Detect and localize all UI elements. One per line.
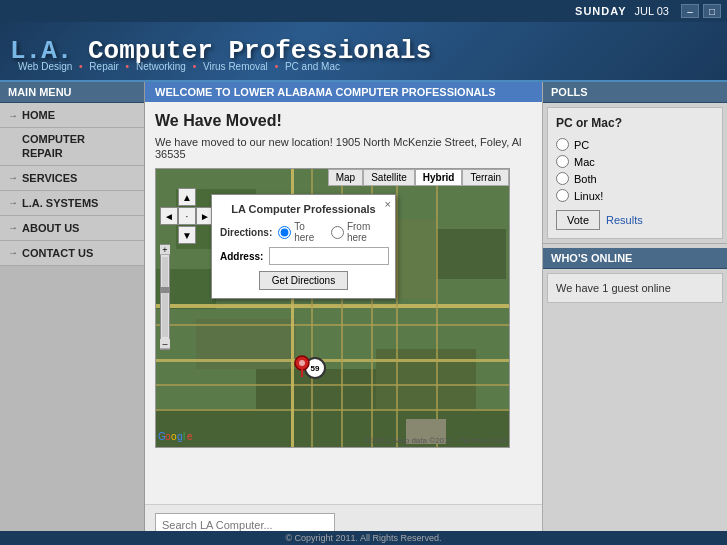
arrow-icon: → [8,197,18,208]
poll-radio-both[interactable] [556,172,569,185]
zoom-track[interactable] [162,257,168,337]
restore-button[interactable]: □ [703,4,721,18]
map-navigation: ▲ ◄ · ► ▼ [160,187,214,245]
map-container[interactable]: Map Satellite Hybrid Terrain ▲ ◄ · ► [155,168,510,448]
address-label: Address: [220,251,263,262]
map-nav-center[interactable]: · [178,207,196,225]
zoom-in-button[interactable]: + [160,245,170,255]
poll-radio-pc[interactable] [556,138,569,151]
to-here-radio[interactable] [278,226,291,239]
poll-label-both: Both [574,173,597,185]
online-title: WHO'S ONLINE [543,248,727,269]
site-header: L.A. Computer Professionals Web Design •… [0,22,727,82]
map-nav-left[interactable]: ◄ [160,207,178,225]
poll-option-mac: Mac [556,155,714,168]
online-body: We have 1 guest online [547,273,723,303]
content-area: WELCOME TO LOWER ALABAMA COMPUTER PROFES… [145,82,542,545]
content-body: We Have Moved! We have moved to our new … [145,102,542,504]
from-here-label: From here [347,221,381,243]
svg-text:g: g [177,431,183,442]
svg-point-2 [299,360,305,366]
map-copyright: ©2011, Map data ©2011 - Terms of Use [366,436,508,445]
sidebar-item-contact-us[interactable]: → CONTACT US [0,241,144,266]
poll-buttons: Vote Results [556,210,714,230]
address-input[interactable] [269,247,389,265]
popup-close-button[interactable]: × [385,198,391,210]
sidebar-item-label: ABOUT US [22,222,79,234]
svg-text:l: l [183,431,185,442]
poll-question: PC or Mac? [556,116,714,130]
sidebar-title: MAIN MENU [0,82,144,103]
moved-text: We have moved to our new location! 1905 … [155,136,532,160]
content-header: WELCOME TO LOWER ALABAMA COMPUTER PROFES… [145,82,542,102]
map-tabs: Map Satellite Hybrid Terrain [328,169,509,186]
sidebar-item-label: L.A. SYSTEMS [22,197,98,209]
arrow-icon: → [8,172,18,183]
polls-title: POLLS [543,82,727,103]
date-label: JUL 03 [635,5,669,17]
sidebar-item-la-systems[interactable]: → L.A. SYSTEMS [0,191,144,216]
poll-label-linux: Linux! [574,190,603,202]
map-tab-hybrid[interactable]: Hybrid [415,169,463,186]
zoom-handle[interactable] [161,287,169,293]
site-tagline: Web Design • Repair • Networking • Virus… [18,61,340,72]
right-sidebar: POLLS PC or Mac? PC Mac Both Linux! [542,82,727,545]
footer-text: © Copyright 2011. All Rights Reserved. [285,533,441,543]
day-label: SUNDAY [575,5,626,17]
sidebar-item-about-us[interactable]: → ABOUT US [0,216,144,241]
to-here-label: To here [294,221,319,243]
svg-text:e: e [187,431,193,442]
sidebar-item-label: COMPUTERREPAIR [22,132,85,161]
sidebar-item-services[interactable]: → SERVICES [0,166,144,191]
poll-radio-linux[interactable] [556,189,569,202]
online-text: We have 1 guest online [556,282,671,294]
sidebar-item-computer-repair[interactable]: COMPUTERREPAIR [0,128,144,166]
top-bar: SUNDAY JUL 03 – □ [0,0,727,22]
sidebar: MAIN MENU → HOME COMPUTERREPAIR → SERVIC… [0,82,145,545]
google-logo: G o o g l e [158,429,198,445]
online-section: WHO'S ONLINE We have 1 guest online [543,248,727,303]
sidebar-item-label: SERVICES [22,172,77,184]
map-nav-down[interactable]: ▼ [178,226,196,244]
footer: © Copyright 2011. All Rights Reserved. [0,531,727,545]
directions-label: Directions: [220,227,272,238]
get-directions-button[interactable]: Get Directions [259,271,348,290]
map-tab-map[interactable]: Map [328,169,363,186]
map-popup: × LA Computer Professionals Directions: … [211,194,396,299]
map-tab-satellite[interactable]: Satellite [363,169,415,186]
route-number: 59 [311,364,320,373]
map-tab-terrain[interactable]: Terrain [462,169,509,186]
poll-radio-mac[interactable] [556,155,569,168]
zoom-out-button[interactable]: – [160,339,170,349]
sidebar-item-label: CONTACT US [22,247,93,259]
map-pin [294,355,310,375]
sidebar-item-label: HOME [22,109,55,121]
poll-label-mac: Mac [574,156,595,168]
moved-title: We Have Moved! [155,112,532,130]
minimize-button[interactable]: – [681,4,699,18]
sidebar-item-home[interactable]: → HOME [0,103,144,128]
map-zoom: + – [160,244,170,350]
poll-label-pc: PC [574,139,589,151]
vote-button[interactable]: Vote [556,210,600,230]
main-layout: MAIN MENU → HOME COMPUTERREPAIR → SERVIC… [0,82,727,545]
polls-section: POLLS PC or Mac? PC Mac Both Linux! [543,82,727,244]
arrow-icon: → [8,110,18,121]
results-link[interactable]: Results [606,214,643,226]
poll-option-both: Both [556,172,714,185]
polls-body: PC or Mac? PC Mac Both Linux! [547,107,723,239]
arrow-icon: → [8,247,18,258]
poll-option-pc: PC [556,138,714,151]
arrow-icon: → [8,222,18,233]
poll-option-linux: Linux! [556,189,714,202]
from-here-radio[interactable] [331,226,344,239]
map-nav-up[interactable]: ▲ [178,188,196,206]
popup-title: LA Computer Professionals [220,203,387,215]
